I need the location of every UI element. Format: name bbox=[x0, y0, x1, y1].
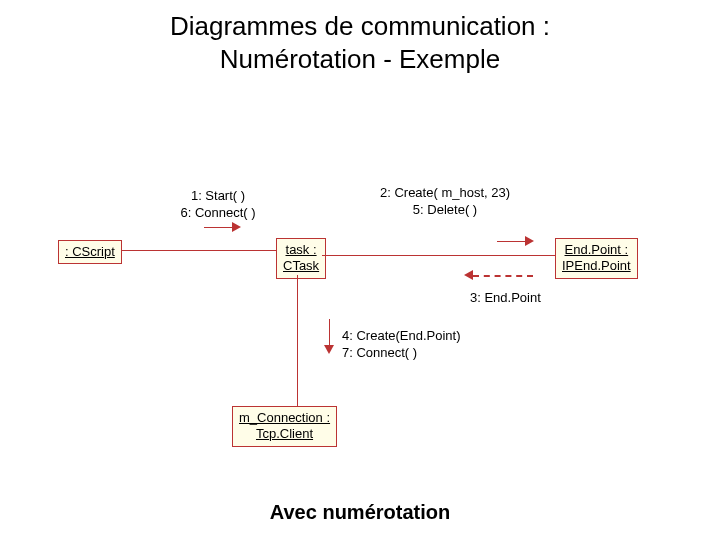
node-task-label-bot: CTask bbox=[283, 258, 319, 273]
node-connection: m_Connection : Tcp.Client bbox=[232, 406, 337, 447]
message-1: 1: Start( ) bbox=[191, 188, 245, 203]
message-4-7: 4: Create(End.Point) 7: Connect( ) bbox=[342, 328, 461, 362]
link-task-endpoint bbox=[322, 255, 555, 256]
message-2: 2: Create( m_host, 23) bbox=[380, 185, 510, 200]
message-2-5: 2: Create( m_host, 23) 5: Delete( ) bbox=[360, 185, 530, 219]
arrow-task-to-endpoint-tail bbox=[497, 241, 525, 242]
caption: Avec numérotation bbox=[0, 501, 720, 524]
node-endpoint: End.Point : IPEnd.Point bbox=[555, 238, 638, 279]
page-title: Diagrammes de communication : Numérotati… bbox=[0, 10, 720, 75]
node-endpoint-label-top: End.Point : bbox=[565, 242, 629, 257]
node-connection-label-top: m_Connection : bbox=[239, 410, 330, 425]
arrow-task-to-conn bbox=[324, 345, 334, 354]
message-4: 4: Create(End.Point) bbox=[342, 328, 461, 343]
arrow-task-to-endpoint bbox=[525, 236, 534, 246]
node-task: task : CTask bbox=[276, 238, 326, 279]
node-endpoint-label-bot: IPEnd.Point bbox=[562, 258, 631, 273]
message-7: 7: Connect( ) bbox=[342, 345, 417, 360]
title-line-1: Diagrammes de communication : bbox=[170, 11, 550, 41]
message-6: 6: Connect( ) bbox=[180, 205, 255, 220]
node-task-label-top: task : bbox=[286, 242, 317, 257]
arrow-endpoint-return-head bbox=[464, 270, 473, 280]
message-1-6: 1: Start( ) 6: Connect( ) bbox=[158, 188, 278, 222]
node-connection-label-bot: Tcp.Client bbox=[256, 426, 313, 441]
message-3: 3: End.Point bbox=[470, 290, 541, 307]
arrow-task-to-conn-tail bbox=[329, 319, 330, 345]
node-cscript-label: : CScript bbox=[65, 244, 115, 259]
message-5: 5: Delete( ) bbox=[413, 202, 477, 217]
arrow-endpoint-return bbox=[473, 275, 533, 277]
link-task-connection bbox=[297, 275, 298, 406]
arrow-cscript-to-task-tail bbox=[204, 227, 232, 228]
title-line-2: Numérotation - Exemple bbox=[220, 44, 500, 74]
link-cscript-task bbox=[121, 250, 276, 251]
arrow-cscript-to-task bbox=[232, 222, 241, 232]
node-cscript: : CScript bbox=[58, 240, 122, 264]
